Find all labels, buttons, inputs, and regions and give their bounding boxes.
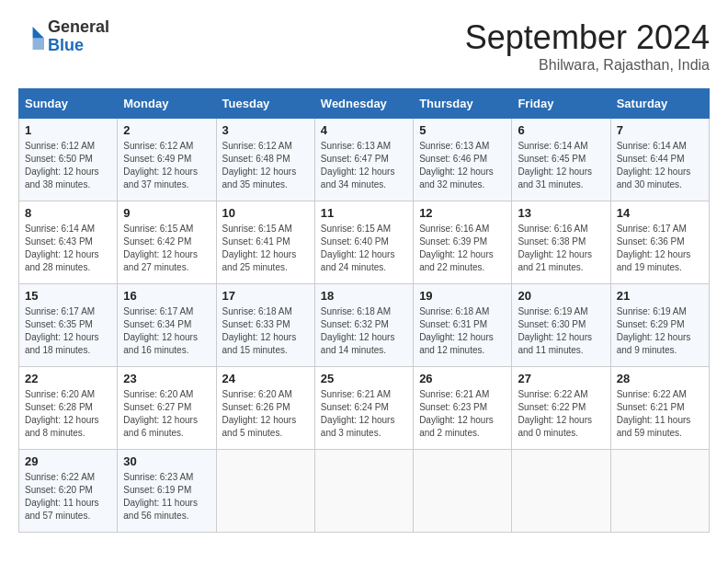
day-detail: Sunrise: 6:22 AMSunset: 6:22 PMDaylight:… [518,389,592,438]
day-detail: Sunrise: 6:15 AMSunset: 6:41 PMDaylight:… [222,224,297,272]
calendar-cell: 12 Sunrise: 6:16 AMSunset: 6:39 PMDaylig… [414,201,512,284]
svg-marker-0 [33,27,44,38]
calendar-table: SundayMondayTuesdayWednesdayThursdayFrid… [18,88,710,533]
column-header-wednesday: Wednesday [314,89,413,119]
calendar-week-row: 1 Sunrise: 6:12 AMSunset: 6:50 PMDayligh… [19,119,710,201]
day-number: 28 [617,372,703,385]
day-number: 4 [321,123,407,137]
day-number: 3 [222,123,309,137]
calendar-week-row: 15 Sunrise: 6:17 AMSunset: 6:35 PMDaylig… [19,284,710,367]
day-number: 15 [25,289,111,303]
day-number: 10 [222,206,309,220]
logo-icon [18,24,44,50]
day-detail: Sunrise: 6:17 AMSunset: 6:36 PMDaylight:… [617,224,691,272]
day-detail: Sunrise: 6:20 AMSunset: 6:28 PMDaylight:… [25,389,99,438]
day-number: 19 [419,289,506,303]
column-header-thursday: Thursday [414,89,512,119]
calendar-cell: 27 Sunrise: 6:22 AMSunset: 6:22 PMDaylig… [512,367,610,450]
calendar-cell: 19 Sunrise: 6:18 AMSunset: 6:31 PMDaylig… [414,284,512,367]
column-header-friday: Friday [512,89,610,119]
calendar-cell [216,450,314,533]
day-detail: Sunrise: 6:15 AMSunset: 6:40 PMDaylight:… [321,224,395,272]
day-detail: Sunrise: 6:14 AMSunset: 6:43 PMDaylight:… [25,224,99,272]
day-number: 1 [25,123,111,137]
day-detail: Sunrise: 6:15 AMSunset: 6:42 PMDaylight:… [123,224,198,272]
day-number: 25 [321,372,407,385]
calendar-cell: 21 Sunrise: 6:19 AMSunset: 6:29 PMDaylig… [610,284,709,367]
svg-marker-1 [33,38,44,49]
day-detail: Sunrise: 6:19 AMSunset: 6:29 PMDaylight:… [617,306,691,355]
calendar-cell: 14 Sunrise: 6:17 AMSunset: 6:36 PMDaylig… [610,201,709,284]
day-number: 26 [419,372,506,385]
day-detail: Sunrise: 6:12 AMSunset: 6:50 PMDaylight:… [25,141,99,190]
calendar-cell: 28 Sunrise: 6:22 AMSunset: 6:21 PMDaylig… [610,367,709,450]
title-block: September 2024 Bhilwara, Rajasthan, Indi… [465,18,710,74]
calendar-cell: 9 Sunrise: 6:15 AMSunset: 6:42 PMDayligh… [118,201,216,284]
calendar-header-row: SundayMondayTuesdayWednesdayThursdayFrid… [19,89,710,119]
day-number: 11 [321,206,407,220]
location-subtitle: Bhilwara, Rajasthan, India [465,57,710,74]
day-detail: Sunrise: 6:13 AMSunset: 6:46 PMDaylight:… [419,141,494,190]
calendar-cell: 16 Sunrise: 6:17 AMSunset: 6:34 PMDaylig… [118,284,216,367]
day-detail: Sunrise: 6:21 AMSunset: 6:24 PMDaylight:… [321,389,395,438]
page-header: General Blue September 2024 Bhilwara, Ra… [18,18,710,74]
day-number: 6 [518,123,604,137]
calendar-cell: 15 Sunrise: 6:17 AMSunset: 6:35 PMDaylig… [19,284,118,367]
calendar-week-row: 29 Sunrise: 6:22 AMSunset: 6:20 PMDaylig… [19,450,710,533]
day-number: 18 [321,289,407,303]
day-detail: Sunrise: 6:16 AMSunset: 6:39 PMDaylight:… [419,224,494,272]
calendar-cell [610,450,709,533]
day-number: 12 [419,206,506,220]
calendar-week-row: 8 Sunrise: 6:14 AMSunset: 6:43 PMDayligh… [19,201,710,284]
column-header-sunday: Sunday [19,89,118,119]
calendar-cell: 24 Sunrise: 6:20 AMSunset: 6:26 PMDaylig… [216,367,314,450]
calendar-cell: 29 Sunrise: 6:22 AMSunset: 6:20 PMDaylig… [19,450,118,533]
day-detail: Sunrise: 6:16 AMSunset: 6:38 PMDaylight:… [518,224,592,272]
calendar-cell: 13 Sunrise: 6:16 AMSunset: 6:38 PMDaylig… [512,201,610,284]
calendar-cell: 20 Sunrise: 6:19 AMSunset: 6:30 PMDaylig… [512,284,610,367]
day-number: 16 [123,289,210,303]
day-number: 5 [419,123,506,137]
day-detail: Sunrise: 6:14 AMSunset: 6:44 PMDaylight:… [617,141,691,190]
day-number: 7 [617,123,703,137]
calendar-cell: 18 Sunrise: 6:18 AMSunset: 6:32 PMDaylig… [314,284,413,367]
day-number: 9 [123,206,210,220]
day-detail: Sunrise: 6:19 AMSunset: 6:30 PMDaylight:… [518,306,592,355]
calendar-cell: 26 Sunrise: 6:21 AMSunset: 6:23 PMDaylig… [414,367,512,450]
calendar-cell [512,450,610,533]
calendar-cell: 23 Sunrise: 6:20 AMSunset: 6:27 PMDaylig… [118,367,216,450]
day-detail: Sunrise: 6:22 AMSunset: 6:20 PMDaylight:… [25,472,99,521]
column-header-monday: Monday [118,89,216,119]
day-number: 24 [222,372,309,385]
calendar-cell: 2 Sunrise: 6:12 AMSunset: 6:49 PMDayligh… [118,119,216,201]
day-number: 8 [25,206,111,220]
day-detail: Sunrise: 6:20 AMSunset: 6:26 PMDaylight:… [222,389,297,438]
day-detail: Sunrise: 6:21 AMSunset: 6:23 PMDaylight:… [419,389,494,438]
logo: General Blue [18,18,109,55]
day-number: 30 [123,454,210,468]
calendar-cell: 11 Sunrise: 6:15 AMSunset: 6:40 PMDaylig… [314,201,413,284]
day-detail: Sunrise: 6:17 AMSunset: 6:35 PMDaylight:… [25,306,99,355]
day-detail: Sunrise: 6:23 AMSunset: 6:19 PMDaylight:… [123,472,198,521]
day-number: 14 [617,206,703,220]
day-number: 23 [123,372,210,385]
day-detail: Sunrise: 6:12 AMSunset: 6:49 PMDaylight:… [123,141,198,190]
calendar-cell: 3 Sunrise: 6:12 AMSunset: 6:48 PMDayligh… [216,119,314,201]
calendar-cell: 1 Sunrise: 6:12 AMSunset: 6:50 PMDayligh… [19,119,118,201]
day-detail: Sunrise: 6:13 AMSunset: 6:47 PMDaylight:… [321,141,395,190]
day-detail: Sunrise: 6:18 AMSunset: 6:33 PMDaylight:… [222,306,297,355]
day-number: 2 [123,123,210,137]
calendar-cell: 25 Sunrise: 6:21 AMSunset: 6:24 PMDaylig… [314,367,413,450]
calendar-cell: 17 Sunrise: 6:18 AMSunset: 6:33 PMDaylig… [216,284,314,367]
column-header-saturday: Saturday [610,89,709,119]
day-detail: Sunrise: 6:22 AMSunset: 6:21 PMDaylight:… [617,389,691,438]
day-detail: Sunrise: 6:17 AMSunset: 6:34 PMDaylight:… [123,306,198,355]
day-number: 27 [518,372,604,385]
column-header-tuesday: Tuesday [216,89,314,119]
day-number: 17 [222,289,309,303]
day-detail: Sunrise: 6:18 AMSunset: 6:31 PMDaylight:… [419,306,494,355]
calendar-cell [314,450,413,533]
day-detail: Sunrise: 6:12 AMSunset: 6:48 PMDaylight:… [222,141,297,190]
day-number: 22 [25,372,111,385]
day-detail: Sunrise: 6:18 AMSunset: 6:32 PMDaylight:… [321,306,395,355]
